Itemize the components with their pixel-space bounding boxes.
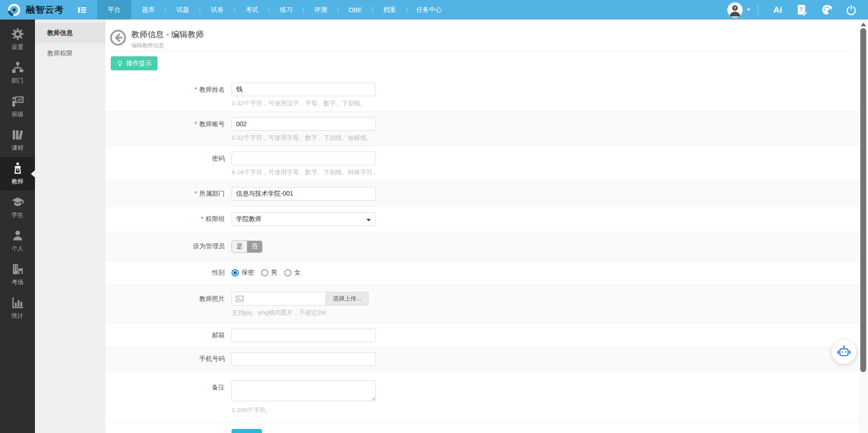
required-star: * [195,120,197,128]
field-label: 所属部门 [199,190,225,197]
image-icon [236,295,244,302]
theme-button[interactable] [820,4,833,16]
sidebar-item-students[interactable]: 学生 [0,191,35,224]
field-label: 手机号码 [199,355,225,362]
submenu-item-teacher-info[interactable]: 教师信息 [35,23,105,43]
nav-tab-exams[interactable]: 考试 [235,0,269,20]
save-button[interactable] [232,429,262,433]
photo-upload-control: 选择上传... [232,292,369,305]
back-icon [110,30,126,46]
sidebar-item-departments[interactable]: 部门 [0,56,35,90]
secondary-sidebar: 教师信息 教师权限 [35,20,105,433]
radio-unselected-icon [284,269,291,276]
field-label: 设为管理员 [193,242,225,250]
palette-icon [821,4,833,15]
logout-button[interactable] [845,4,858,16]
primary-sidebar: 设置 部门 班级 课程 教师 [0,20,35,433]
field-hint: 6-16个字符，可使用字母、数字、下划线、特殊字符。 [232,168,859,177]
form-row-teacher-account: *教师账号 1-32个字符，可使用字母、数字、下划线、短横线。 [105,112,859,146]
field-hint: 支持jpg、png格式图片，不超过2M [232,309,859,317]
sidebar-item-teachers[interactable]: 教师 [0,157,35,191]
ai-icon: Ai [774,5,782,15]
nav-tab-archives[interactable]: 档案 [373,0,407,20]
required-star: * [195,190,197,197]
vertical-scrollbar [859,20,868,433]
toggle-option-no[interactable]: 否 [247,241,262,252]
gear-icon [11,28,24,40]
ai-assistant-button[interactable]: Ai [771,4,784,16]
photo-upload-field[interactable] [232,292,326,305]
logo: 融智云考 [0,2,73,18]
field-label: 密码 [212,155,225,162]
nav-tab-practice[interactable]: 练习 [269,0,303,20]
sidebar-item-settings[interactable]: 设置 [0,23,35,56]
choose-upload-button[interactable]: 选择上传... [326,292,368,305]
org-chart-icon [11,61,24,74]
form-row-remarks: 备注 1-200个字符。 [105,371,859,422]
phone-input[interactable] [232,352,376,366]
radio-secret[interactable]: 保密 [232,269,254,277]
nav-tab-task-center[interactable]: 任务中心 [407,0,451,20]
field-label: 性别 [212,269,225,276]
form-row-password: 密码 6-16个字符，可使用字母、数字、下划线、特殊字符。 [105,146,859,182]
top-right-actions: ? Ai ? [727,0,863,20]
nav-tab-platform[interactable]: 平台 [97,0,131,20]
scrollbar-thumb[interactable] [860,28,866,372]
help-doc-icon: ? [797,4,808,16]
help-doc-button[interactable]: ? [796,4,809,16]
submenu-item-teacher-permissions[interactable]: 教师权限 [35,43,105,64]
remarks-textarea[interactable] [232,380,376,401]
nav-tab-obe[interactable]: OBE [338,0,372,20]
required-star: * [195,86,197,93]
form-row-permission-group: *权限组 学院教师 [105,207,859,232]
form-row-email: 邮箱 [105,324,859,347]
nav-tab-evaluation[interactable]: 评测 [304,0,338,20]
form-row-photo: 教师照片 选择上传... 支持jpg、png格式图片，不超过2M [105,285,859,324]
field-label: 备注 [212,384,225,391]
teacher-edit-form: *教师姓名 1-32个字符，可使用汉字、字母、数字、下划线。 *教师账号 1-3… [105,77,859,433]
top-bar: 融智云考 平台 题库 试题 试卷 考试 练习 评测 OBE 档案 任务中心 [0,0,868,20]
department-input[interactable] [232,187,376,201]
field-label: 邮箱 [212,331,225,339]
app-title: 融智云考 [26,4,64,16]
menu-collapse-icon[interactable] [76,4,88,16]
field-label: 教师照片 [199,295,225,302]
selected-option: 学院教师 [236,215,261,223]
nav-tab-question-bank[interactable]: 题库 [131,0,165,20]
password-input[interactable] [232,152,376,165]
lightbulb-icon [117,60,123,67]
teacher-account-input[interactable] [232,117,376,131]
scrollbar-up-arrow-icon[interactable] [861,23,866,26]
field-hint: 1-32个字符，可使用字母、数字、下划线、短横线。 [232,134,859,142]
power-icon [846,5,857,15]
toggle-option-yes[interactable]: 是 [232,241,247,252]
operation-tip-button[interactable]: 操作提示 [111,56,158,70]
header-divider [758,4,758,16]
form-row-teacher-name: *教师姓名 1-32个字符，可使用汉字、字母、数字、下划线。 [105,77,859,112]
sidebar-item-courses[interactable]: 课程 [0,123,35,157]
sidebar-item-statistics[interactable]: 统计 [0,291,35,325]
ai-robot-fab[interactable] [832,340,856,364]
nav-tab-questions[interactable]: 试题 [166,0,200,20]
avatar[interactable]: ? [727,2,743,18]
graduation-cap-icon [11,196,24,208]
radio-female[interactable]: 女 [284,269,301,277]
field-label: 教师姓名 [199,86,225,93]
nav-tab-papers[interactable]: 试卷 [200,0,234,20]
permission-group-select[interactable]: 学院教师 [232,212,376,226]
sidebar-item-personal[interactable]: 个人 [0,224,35,258]
sidebar-item-classes[interactable]: 班级 [0,90,35,123]
sidebar-item-exam-rooms[interactable]: 考场 [0,258,35,291]
email-input[interactable] [232,329,376,342]
classroom-icon [11,95,24,108]
required-star: * [201,215,203,222]
page-subtitle: 编辑教师信息 [131,42,204,49]
field-label: 教师账号 [199,120,225,128]
main-nav: 平台 题库 试题 试卷 考试 练习 评测 OBE 档案 任务中心 [97,0,451,20]
books-icon [11,128,24,141]
field-label: 权限组 [206,215,225,222]
back-button[interactable] [110,30,126,46]
user-menu[interactable]: ? [727,2,750,18]
radio-male[interactable]: 男 [261,269,277,277]
teacher-name-input[interactable] [232,83,376,96]
